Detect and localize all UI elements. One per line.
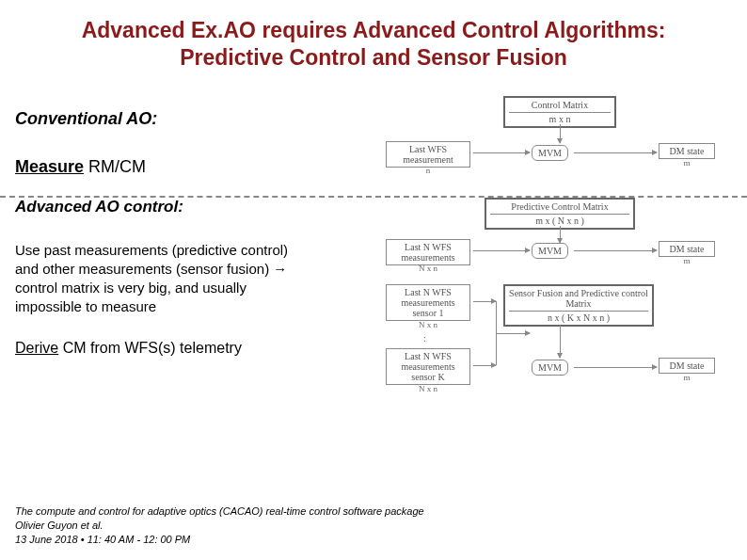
sensorK-label: Last N WFS measurements sensor K <box>390 351 466 382</box>
last-n-wfs-box: Last N WFS measurements <box>386 239 470 265</box>
arrow-mvm-dm-1 <box>574 152 657 153</box>
sensorK-box: Last N WFS measurements sensor K <box>386 348 470 385</box>
last-n-wfs-label: Last N WFS measurements <box>390 242 466 263</box>
arrow-pred-down <box>560 226 561 243</box>
slide-title: Advanced Ex.AO requires Advanced Control… <box>38 17 709 72</box>
mvm-1: MVM <box>532 145 568 161</box>
measure-rest: RM/CM <box>84 157 146 176</box>
arrow-s1-join <box>473 301 496 302</box>
last-n-wfs-sub: N x n <box>386 264 470 273</box>
arrow-cm-down <box>560 124 561 143</box>
pred-matrix-label: Predictive Control Matrix <box>490 201 629 212</box>
mvm-2: MVM <box>532 243 568 259</box>
sensor-dots-left: : <box>423 333 426 344</box>
control-matrix-sub: m x n <box>509 112 611 124</box>
footer-line-1: The compute and control for adaptive opt… <box>15 504 424 519</box>
arrow-wfs-mvm-1 <box>473 152 530 153</box>
dm-state-3-sub: m <box>659 373 715 382</box>
dm-state-2: DM state <box>659 241 715 257</box>
conventional-label: Conventional AO: <box>15 109 307 129</box>
sensorK-sub: N x n <box>386 384 470 393</box>
dm-state-3: DM state <box>659 358 715 374</box>
sensor1-sub: N x n <box>386 320 470 329</box>
last-wfs-label: Last WFS measurement <box>390 144 466 165</box>
dm-state-1: DM state <box>659 143 715 159</box>
left-column: Conventional AO: Measure RM/CM Advanced … <box>15 109 307 357</box>
dm-state-1-sub: m <box>659 158 715 168</box>
fusion-sub: n x ( K x N x n ) <box>509 311 648 323</box>
footer-line-2: Olivier Guyon et al. <box>15 519 424 533</box>
fusion-label: Sensor Fusion and Predictive control Mat… <box>509 288 648 309</box>
sensor1-label: Last N WFS measurements sensor 1 <box>390 287 466 318</box>
measure-line: Measure RM/CM <box>15 157 307 177</box>
body-text: Use past measurements (predictive contro… <box>15 241 307 317</box>
mvm-3: MVM <box>532 360 568 376</box>
sensor1-box: Last N WFS measurements sensor 1 <box>386 284 470 321</box>
arrow-mvm-dm-3 <box>574 367 657 368</box>
control-matrix-box: Control Matrix m x n <box>503 96 616 128</box>
dm-state-2-sub: m <box>659 256 715 265</box>
measure-underline: Measure <box>15 157 84 176</box>
arrow-nwfs-mvm-2 <box>473 250 530 251</box>
derive-rest: CM from WFS(s) telemetry <box>58 340 242 356</box>
derive-underline: Derive <box>15 340 58 356</box>
footer: The compute and control for adaptive opt… <box>15 504 424 547</box>
control-matrix-label: Control Matrix <box>509 100 611 110</box>
fusion-box: Sensor Fusion and Predictive control Mat… <box>503 284 654 327</box>
pred-matrix-sub: m x ( N x n ) <box>490 214 629 226</box>
advanced-label: Advanced AO control: <box>15 198 307 216</box>
arrow-mvm-dm-2 <box>574 250 657 251</box>
last-wfs-box: Last WFS measurement <box>386 141 470 168</box>
pred-matrix-box: Predictive Control Matrix m x ( N x n ) <box>485 198 635 230</box>
derive-line: Derive CM from WFS(s) telemetry <box>15 340 307 357</box>
arrow-join-mvm-3 <box>496 333 530 334</box>
arrow-sK-join <box>473 365 496 366</box>
arrow-fusion-down <box>560 326 561 358</box>
last-wfs-sub: n <box>386 166 470 175</box>
footer-line-3: 13 June 2018 • 11: 40 AM - 12: 00 PM <box>15 533 424 547</box>
